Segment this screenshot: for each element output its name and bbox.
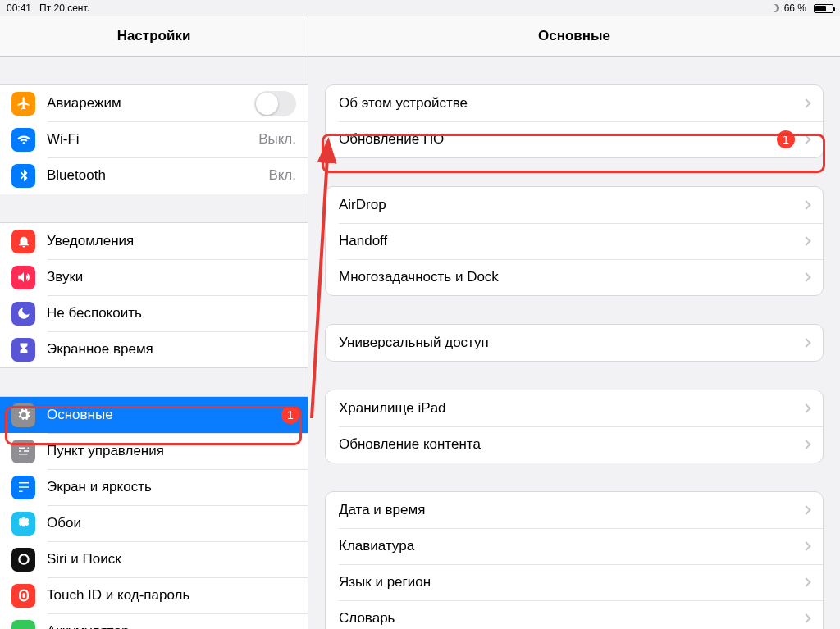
detail-row[interactable]: Обновление ПО1	[326, 121, 823, 157]
status-date: Пт 20 сент.	[39, 2, 89, 14]
sidebar-item-sounds[interactable]: Звуки	[0, 259, 308, 295]
text-icon	[11, 476, 35, 499]
chevron-right-icon	[801, 541, 810, 550]
detail-row-label: Универсальный доступ	[339, 335, 489, 351]
detail-row[interactable]: Об этом устройстве	[326, 85, 823, 121]
sidebar-item-battery[interactable]: Аккумулятор	[0, 613, 308, 629]
chevron-right-icon	[801, 440, 810, 449]
sidebar-item-value: Выкл.	[258, 131, 296, 148]
sidebar-title: Настройки	[117, 28, 191, 44]
chevron-right-icon	[801, 577, 810, 586]
sidebar-item-general[interactable]: Основные1	[0, 397, 308, 433]
detail-row[interactable]: AirDrop	[326, 187, 823, 223]
sidebar-item-label: Wi-Fi	[47, 131, 80, 148]
speaker-icon	[11, 266, 35, 289]
sidebar-item-label: Пункт управления	[47, 443, 164, 459]
toggle[interactable]	[254, 91, 296, 116]
wifi-icon	[11, 128, 35, 152]
sidebar-item-touchid[interactable]: Touch ID и код-пароль	[0, 577, 308, 613]
bell-icon	[11, 230, 35, 253]
detail-row-label: Словарь	[339, 610, 395, 627]
sidebar-item-label: Touch ID и код-пароль	[47, 587, 189, 604]
sliders-icon	[11, 440, 35, 463]
detail-pane: Основные Об этом устройствеОбновление ПО…	[308, 16, 840, 629]
chevron-right-icon	[801, 98, 810, 107]
sidebar-item-label: Bluetooth	[47, 167, 106, 184]
detail-row-label: Дата и время	[339, 502, 425, 518]
sidebar-item-label: Авиарежим	[47, 95, 121, 112]
sidebar-item-wifi[interactable]: Wi-FiВыкл.	[0, 121, 308, 157]
detail-row-label: Хранилище iPad	[339, 400, 446, 417]
detail-row[interactable]: Хранилище iPad	[326, 390, 823, 426]
sidebar-item-label: Не беспокоить	[47, 305, 142, 321]
sidebar-item-notifications[interactable]: Уведомления	[0, 223, 308, 259]
siri-icon	[11, 548, 35, 572]
sidebar-item-display[interactable]: Экран и яркость	[0, 469, 308, 505]
battery-icon	[811, 4, 833, 13]
sidebar-item-label: Экранное время	[47, 341, 153, 358]
status-time: 00:41	[7, 2, 31, 14]
chevron-right-icon	[801, 505, 810, 514]
sidebar-item-screentime[interactable]: Экранное время	[0, 331, 308, 367]
detail-row-label: Обновление контента	[339, 436, 481, 453]
bluetooth-icon	[11, 164, 35, 188]
detail-row-label: Многозадачность и Dock	[339, 269, 499, 285]
sidebar-item-siri[interactable]: Siri и Поиск	[0, 541, 308, 577]
sidebar-item-wallpaper[interactable]: Обои	[0, 505, 308, 541]
sidebar-header: Настройки	[0, 16, 308, 57]
detail-row-label: Об этом устройстве	[339, 95, 468, 112]
chevron-right-icon	[801, 613, 810, 622]
battery-icon	[11, 620, 35, 630]
airplane-icon	[11, 92, 35, 116]
sidebar-item-dnd[interactable]: Не беспокоить	[0, 295, 308, 331]
detail-row[interactable]: Клавиатура	[326, 528, 823, 564]
detail-title: Основные	[538, 28, 610, 44]
detail-header: Основные	[308, 16, 840, 57]
fingerprint-icon	[11, 584, 35, 608]
detail-row[interactable]: Обновление контента	[326, 426, 823, 463]
detail-row[interactable]: Handoff	[326, 223, 823, 259]
sidebar-item-label: Уведомления	[47, 233, 134, 249]
detail-row[interactable]: Универсальный доступ	[326, 325, 823, 361]
chevron-right-icon	[801, 134, 810, 144]
chevron-right-icon	[801, 403, 810, 412]
chevron-right-icon	[801, 236, 810, 245]
detail-row-label: Handoff	[339, 233, 387, 249]
settings-sidebar: Настройки АвиарежимWi-FiВыкл.BluetoothВк…	[0, 16, 308, 629]
flower-icon	[11, 512, 35, 536]
badge: 1	[281, 406, 299, 424]
badge: 1	[777, 130, 795, 148]
status-bar: 00:41 Пт 20 сент. 66 %	[0, 0, 840, 16]
detail-row[interactable]: Словарь	[326, 600, 823, 629]
sidebar-item-label: Основные	[47, 407, 113, 423]
sidebar-item-label: Обои	[47, 515, 81, 531]
sidebar-item-airplane[interactable]: Авиарежим	[0, 85, 308, 121]
detail-row[interactable]: Многозадачность и Dock	[326, 259, 823, 295]
chevron-right-icon	[801, 272, 810, 281]
detail-row-label: Обновление ПО	[339, 131, 444, 148]
gear-icon	[11, 403, 35, 427]
sidebar-item-label: Siri и Поиск	[47, 551, 121, 567]
sidebar-item-bluetooth[interactable]: BluetoothВкл.	[0, 157, 308, 194]
detail-row[interactable]: Язык и регион	[326, 564, 823, 600]
chevron-right-icon	[801, 200, 810, 209]
sidebar-item-value: Вкл.	[268, 167, 296, 184]
detail-row-label: Клавиатура	[339, 538, 414, 554]
sidebar-item-controlcenter[interactable]: Пункт управления	[0, 433, 308, 469]
sidebar-item-label: Звуки	[47, 269, 83, 285]
chevron-right-icon	[801, 338, 810, 347]
detail-row[interactable]: Дата и время	[326, 492, 823, 528]
detail-row-label: Язык и регион	[339, 574, 431, 590]
sidebar-item-label: Аккумулятор	[47, 623, 129, 629]
dnd-icon	[771, 4, 779, 12]
detail-row-label: AirDrop	[339, 197, 386, 213]
sidebar-item-label: Экран и яркость	[47, 479, 152, 495]
status-battery-pct: 66 %	[784, 2, 806, 14]
hourglass-icon	[11, 338, 35, 362]
moon-icon	[11, 302, 35, 326]
